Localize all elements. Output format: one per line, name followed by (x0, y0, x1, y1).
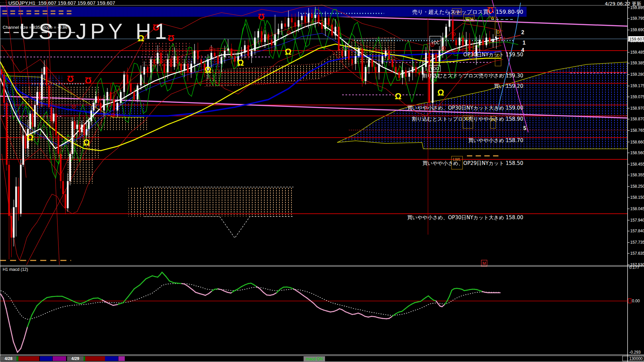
candle-body (154, 59, 155, 64)
candle-body (315, 15, 316, 18)
current-bar-cross: + (503, 35, 505, 41)
candle-body (18, 186, 19, 214)
session-segment (105, 356, 118, 361)
candle-body (46, 67, 48, 85)
price-annotation: 買いやや小さめ、OP29日NYカット 158.50 (423, 160, 523, 166)
signal-dot (443, 48, 444, 49)
sell-omega-marker: Ω (258, 12, 265, 21)
axis-label: 159.690 (630, 27, 644, 32)
candle-body (62, 181, 64, 194)
volume-scale-label: 130000 (629, 356, 643, 361)
axis-label: 158.355 (630, 173, 644, 177)
candle-body (84, 125, 85, 135)
candle-body (133, 92, 135, 100)
candle-body (22, 135, 24, 165)
candle-body (348, 51, 350, 59)
candle-body (479, 40, 481, 45)
candle-body (335, 27, 336, 36)
chart-background (0, 0, 644, 362)
candle-body (264, 34, 266, 42)
candle-body (341, 51, 343, 56)
signal-dot (113, 115, 114, 116)
candle-body (76, 125, 78, 129)
price-annotation: 買いやや小さめ、OP30日NYカット大きめ 159.00 (407, 105, 523, 111)
candle-body (345, 51, 346, 56)
trading-chart-window: ΩΩΩΩΩΩΩΩΩΩΩΩΩΩ+LWHYDHWDDYDCYDOYDLWLWLM21… (0, 0, 644, 362)
candle-body (398, 72, 400, 78)
price-annotation: 買いやや小さめ、OP30日NYカット大きめ 158.00 (407, 215, 523, 221)
sell-omega-marker: Ω (85, 76, 92, 85)
candle-body (308, 14, 310, 22)
macd-min-label: -0.293 (629, 350, 641, 355)
candle-body (144, 67, 145, 75)
candle-body (37, 92, 38, 105)
candle-body (385, 51, 387, 56)
candle-body (48, 85, 50, 107)
candle-body (419, 72, 420, 74)
candle-body (405, 70, 407, 76)
candle-body (91, 110, 92, 121)
wave-number: 5 (523, 125, 526, 131)
candle-body (211, 53, 212, 59)
macd-main-segment (215, 289, 218, 289)
candle-body (278, 29, 279, 34)
axis-label: 159.795 (630, 16, 644, 21)
candle-body (58, 135, 59, 154)
candle-body (44, 67, 45, 75)
candle-body (271, 40, 273, 45)
candle-body (375, 67, 377, 72)
chart-canvas[interactable]: ΩΩΩΩΩΩΩΩΩΩΩΩΩΩ+LWHYDHWDDYDCYDOYDLWLWLM21… (0, 0, 644, 362)
candle-body (301, 16, 303, 20)
candle-body (8, 165, 10, 216)
candle-body (180, 64, 182, 70)
candle-body (365, 67, 367, 81)
candle-body (67, 181, 69, 208)
session-segment (40, 356, 52, 361)
candle-body (127, 74, 128, 83)
candle-body (15, 186, 17, 207)
candle-body (251, 51, 253, 56)
session-segment (84, 356, 85, 361)
candle-body (41, 74, 43, 100)
candle-body (150, 59, 152, 72)
session-date-label: 4/28 (5, 356, 13, 361)
cloud-region (143, 42, 190, 67)
axis-label: 159.280 (630, 72, 644, 77)
candle-body (372, 59, 373, 67)
macd-main-segment (382, 318, 386, 319)
candle-body (86, 129, 88, 135)
candle-body (358, 49, 360, 56)
signal-dot (73, 106, 74, 107)
candle-body (88, 121, 90, 129)
candle-body (194, 51, 196, 64)
candle-body (241, 53, 243, 56)
candle-body (452, 20, 454, 40)
band-annotation: 売り・超えたらストップロス買い 159.80-90 (412, 9, 523, 15)
candle-body (378, 64, 380, 72)
price-annotation: 買い 159.20 (494, 83, 523, 89)
label-box-text: YDC (431, 41, 440, 45)
candle-body (79, 125, 80, 132)
candle-body (32, 114, 34, 127)
candle-body (65, 194, 66, 208)
label-box-text: D (497, 30, 500, 35)
candle-body (224, 51, 226, 57)
axis-label: 159.385 (630, 61, 644, 65)
price-annotation: 買いやや小さめ 158.70 (468, 137, 523, 143)
candle-body (486, 38, 487, 45)
buy-omega-marker: Ω (395, 92, 401, 101)
macd-label: H1 macd (12) (3, 267, 28, 272)
candle-body (55, 114, 57, 135)
cloud-region (128, 187, 293, 217)
label-box-text: YDO (430, 66, 439, 71)
axis-label: 158.870 (630, 117, 644, 121)
candle-body (254, 38, 256, 51)
candle-body (331, 24, 333, 35)
candle-body (177, 56, 179, 64)
macd-main-segment (330, 311, 334, 312)
update-timestamp: 4/29 06:22 更新 (605, 1, 641, 7)
candle-body (53, 114, 55, 121)
axis-label: 158.455 (630, 162, 644, 167)
wave-number: 1 (523, 40, 526, 46)
candle-body (258, 31, 259, 38)
